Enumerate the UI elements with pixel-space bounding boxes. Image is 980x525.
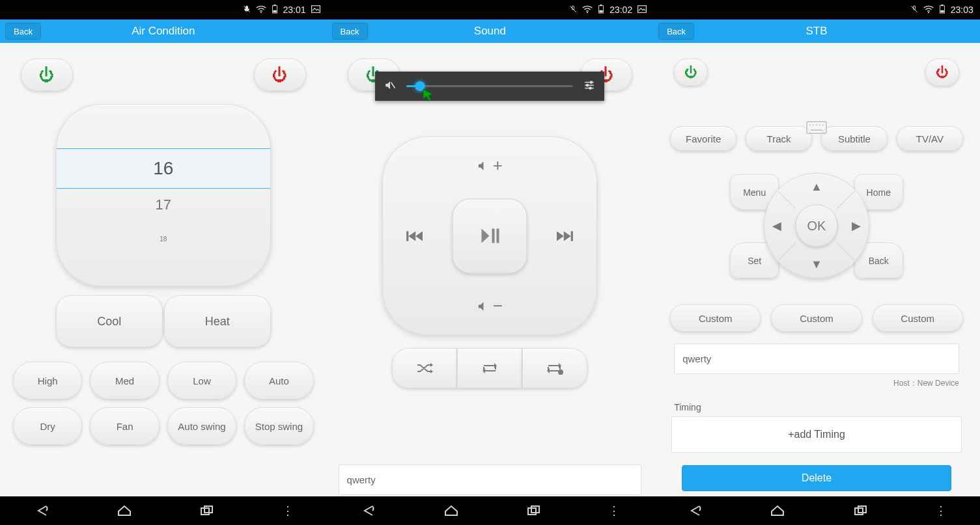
nav-back-icon[interactable]	[33, 504, 50, 518]
nav-recent-icon[interactable]	[852, 504, 869, 518]
custom-button-3[interactable]: Custom	[873, 304, 963, 332]
nav-back-icon[interactable]	[686, 504, 703, 518]
svg-rect-4	[273, 10, 276, 12]
nav-home-icon[interactable]	[116, 504, 133, 518]
speaker-mute-icon	[384, 79, 396, 94]
nav-menu-icon[interactable]: ⋮	[608, 504, 620, 518]
svg-point-41	[928, 12, 929, 13]
svg-marker-16	[416, 231, 423, 241]
power-icon: ⏻	[936, 65, 949, 80]
status-bar: 23:03	[653, 0, 980, 20]
screenshot-icon	[311, 5, 320, 15]
svg-marker-21	[564, 231, 571, 241]
shuffle-button[interactable]	[392, 348, 457, 388]
svg-marker-20	[557, 231, 564, 241]
nav-bar: ⋮	[0, 496, 327, 525]
battery-icon	[272, 5, 278, 16]
nav-home-icon[interactable]	[443, 504, 460, 518]
temperature-selected: 16	[57, 148, 270, 189]
nav-back-icon[interactable]	[359, 504, 376, 518]
fan-high-button[interactable]: High	[13, 362, 82, 399]
settings-sliders-icon[interactable]	[583, 79, 595, 94]
repeat-one-button[interactable]: 1	[522, 348, 587, 388]
keyboard-icon[interactable]	[806, 121, 827, 137]
svg-line-8	[570, 6, 576, 12]
ok-button[interactable]: OK	[795, 205, 837, 247]
mode-dry-button[interactable]: Dry	[13, 407, 82, 445]
svg-point-36	[587, 84, 589, 86]
dpad-down-button[interactable]: ▼	[811, 258, 822, 271]
svg-line-31	[391, 82, 395, 88]
status-bar: 23:02	[327, 0, 654, 20]
power-on-button[interactable]: ⏻	[21, 59, 73, 91]
svg-marker-24	[430, 370, 433, 373]
repeat-all-button[interactable]	[457, 348, 522, 388]
svg-point-9	[587, 12, 588, 13]
temperature-after: 18	[160, 221, 167, 243]
dpad-left-button[interactable]: ◀	[772, 219, 781, 233]
timing-label: Timing	[662, 389, 971, 416]
dpad-circle: ▲ ▼ ◀ ▶ OK	[764, 173, 869, 278]
clock-label: 23:01	[283, 5, 306, 15]
cool-button[interactable]: Cool	[56, 295, 163, 347]
dpad-right-button[interactable]: ▶	[852, 219, 861, 233]
power-on-button[interactable]: ⏻	[674, 59, 708, 86]
nav-recent-icon[interactable]	[199, 504, 216, 518]
wifi-icon	[256, 5, 266, 15]
nav-menu-icon[interactable]: ⋮	[282, 504, 294, 518]
svg-point-37	[589, 87, 591, 89]
track-button[interactable]: Track	[746, 126, 812, 151]
volume-up-button[interactable]: +	[477, 155, 503, 176]
mode-fan-button[interactable]: Fan	[90, 407, 159, 445]
app-bar: Back STB	[653, 20, 980, 43]
clock-label: 23:02	[609, 5, 632, 15]
app-bar: Back Sound	[327, 20, 654, 43]
page-title: STB	[805, 25, 827, 38]
play-pause-button[interactable]	[453, 198, 527, 273]
microphone-muted-icon	[569, 5, 577, 15]
power-icon: ⏻	[39, 66, 55, 84]
fan-low-button[interactable]: Low	[167, 362, 236, 399]
back-button[interactable]: Back	[5, 23, 41, 40]
subtitle-button[interactable]: Subtitle	[821, 126, 888, 151]
auto-swing-button[interactable]: Auto swing	[167, 407, 236, 445]
favorite-button[interactable]: Favorite	[670, 126, 736, 151]
battery-icon	[598, 5, 604, 16]
delete-button[interactable]: Delete	[682, 465, 951, 491]
nav-home-icon[interactable]	[769, 504, 786, 518]
add-timing-button[interactable]: +add Timing	[671, 416, 962, 453]
app-bar: Back Air Condition	[0, 20, 327, 43]
back-button[interactable]: Back	[658, 23, 694, 40]
tv-av-button[interactable]: TV/AV	[897, 126, 963, 151]
device-name-field[interactable]: qwerty	[674, 343, 959, 374]
custom-button-1[interactable]: Custom	[670, 304, 761, 332]
battery-icon	[939, 5, 945, 16]
microphone-muted-icon	[243, 5, 251, 15]
host-label: Host：New Device	[662, 374, 971, 389]
nav-menu-icon[interactable]: ⋮	[935, 504, 947, 518]
device-name-field[interactable]: qwerty	[339, 464, 642, 495]
dpad-up-button[interactable]: ▲	[811, 180, 822, 194]
temperature-wheel[interactable]: 16 17 18	[56, 104, 271, 286]
nav-recent-icon[interactable]	[525, 504, 542, 518]
heat-button[interactable]: Heat	[164, 295, 271, 347]
power-off-button[interactable]: ⏻	[925, 59, 959, 86]
next-track-button[interactable]	[557, 230, 574, 243]
svg-rect-44	[940, 10, 944, 12]
screenshot-icon	[637, 5, 647, 15]
volume-down-button[interactable]: −	[477, 296, 503, 316]
stop-swing-button[interactable]: Stop swing	[244, 407, 313, 445]
back-button[interactable]: Back	[332, 23, 368, 40]
power-off-button[interactable]: ⏻	[254, 59, 306, 91]
svg-line-40	[911, 6, 917, 12]
fan-med-button[interactable]: Med	[90, 362, 159, 399]
svg-marker-15	[409, 231, 416, 241]
custom-button-2[interactable]: Custom	[771, 304, 861, 332]
nav-bar: ⋮	[327, 496, 654, 525]
svg-marker-23	[430, 363, 433, 367]
fan-auto-button[interactable]: Auto	[244, 362, 313, 399]
temperature-next: 17	[156, 189, 171, 221]
microphone-muted-icon	[910, 5, 918, 15]
previous-track-button[interactable]	[406, 230, 423, 243]
wifi-icon	[582, 5, 593, 15]
